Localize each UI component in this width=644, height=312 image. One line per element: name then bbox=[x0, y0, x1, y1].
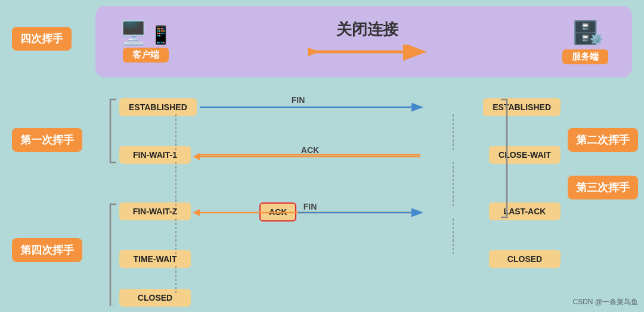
client-label: 客户端 bbox=[123, 48, 169, 63]
state-client-fin-wait1: FIN-WAIT-1 bbox=[119, 146, 191, 164]
svg-marker-8 bbox=[193, 209, 200, 216]
double-arrow-icon bbox=[308, 45, 427, 65]
close-conn-title: 关闭连接 bbox=[336, 19, 398, 40]
label-sijci-woshou: 四次挥手 bbox=[12, 27, 72, 51]
server-box: 🗄️⚙️ 服务端 bbox=[562, 20, 608, 64]
server-icon: 🗄️⚙️ bbox=[571, 20, 599, 46]
client-box: 🖥️📱 客户端 bbox=[119, 21, 172, 63]
client-icon: 🖥️📱 bbox=[119, 21, 172, 44]
state-server-last-ack: LAST-ACK bbox=[489, 202, 561, 220]
watermark: CSDN @一条菜鸟鱼 bbox=[572, 297, 638, 307]
state-client-time-wait: TIME-WAIT bbox=[119, 250, 191, 268]
ack-highlighted-box: ACK bbox=[259, 202, 296, 221]
server-label: 服务端 bbox=[562, 49, 608, 64]
state-client-fin-wait2: FIN-WAIT-Z bbox=[119, 202, 191, 220]
state-server-closed: CLOSED bbox=[489, 250, 561, 268]
arrows-svg: FIN ACK FIN bbox=[83, 86, 638, 306]
svg-text:FIN: FIN bbox=[304, 202, 317, 211]
state-server-close-wait: CLOSE-WAIT bbox=[489, 146, 561, 164]
top-section: 🖥️📱 客户端 关闭连接 🗄️⚙️ 服务端 bbox=[95, 6, 632, 77]
diagram-area: ESTABLISHED FIN-WAIT-1 FIN-WAIT-Z TIME-W… bbox=[83, 86, 638, 306]
state-client-closed: CLOSED bbox=[119, 289, 191, 307]
label-disici-woshou: 第四次挥手 bbox=[12, 238, 82, 262]
svg-text:ACK: ACK bbox=[301, 145, 319, 155]
state-server-established: ESTABLISHED bbox=[483, 98, 561, 116]
state-client-established: ESTABLISHED bbox=[119, 98, 197, 116]
svg-marker-5 bbox=[193, 153, 200, 160]
svg-text:FIN: FIN bbox=[292, 95, 305, 105]
label-diyici-woshou: 第一次挥手 bbox=[12, 128, 82, 152]
close-conn-area: 关闭连接 bbox=[308, 19, 427, 65]
